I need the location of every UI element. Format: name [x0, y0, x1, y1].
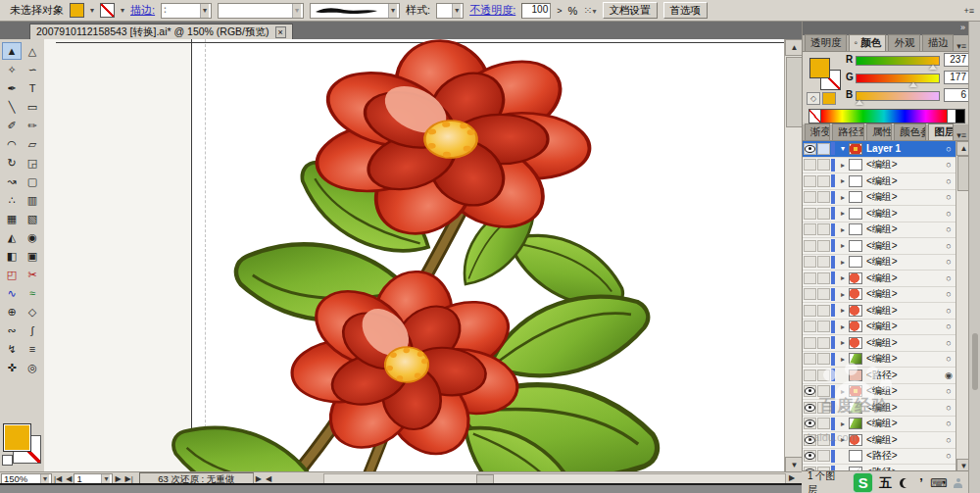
measure-tool[interactable]: ≡ [23, 340, 42, 358]
target-circle-icon[interactable]: ○ [942, 403, 956, 413]
free-transform-tool[interactable]: ▢ [23, 173, 42, 190]
visibility-eye-toggle[interactable] [804, 256, 816, 268]
variable-width-combo[interactable]: ▾ [218, 3, 304, 19]
lock-toggle[interactable] [817, 223, 830, 235]
lock-toggle[interactable] [817, 320, 830, 332]
lock-toggle[interactable] [817, 208, 830, 220]
lock-toggle[interactable] [817, 337, 830, 349]
top-panel-menu-icon[interactable]: ▾≡ [954, 41, 969, 51]
target-circle-icon[interactable]: ○ [942, 192, 956, 202]
target-circle-icon[interactable]: ○ [942, 354, 956, 364]
slider-thumb-R[interactable] [929, 65, 937, 70]
fill-swatch-large[interactable] [3, 423, 31, 452]
lasso-tool[interactable]: ∽ [23, 61, 42, 78]
stroke-dropdown-icon[interactable]: ▾ [121, 6, 124, 15]
visibility-eye-toggle[interactable] [804, 370, 816, 381]
target-circle-icon[interactable]: ○ [942, 289, 956, 299]
layer-name[interactable]: <编组> [866, 174, 942, 188]
collapse-dock-icon[interactable]: » [960, 23, 965, 32]
pen-tool[interactable]: ✒ [2, 79, 22, 97]
lock-toggle[interactable] [817, 385, 830, 397]
opacity-link[interactable]: 不透明度: [469, 3, 515, 18]
lock-toggle[interactable] [817, 353, 830, 365]
slider-track-B[interactable] [856, 91, 940, 101]
opacity-spinner[interactable]: > [557, 6, 562, 16]
target-circle-icon[interactable]: ○ [942, 386, 956, 396]
layer-row[interactable]: ▸<编组>○ [803, 190, 956, 207]
slider-thumb-G[interactable] [909, 82, 917, 87]
live-paint-bucket-tool[interactable]: ◧ [2, 247, 22, 265]
layer-name[interactable]: <编组> [866, 433, 942, 447]
next-artboard-icon[interactable]: ▶ [113, 474, 122, 483]
expand-triangle-icon[interactable]: ▾ [837, 144, 849, 153]
layer-row[interactable]: ▸<编组>○ [803, 173, 956, 190]
target-circle-icon[interactable]: ○ [942, 451, 956, 461]
slice-tool[interactable]: ✂ [23, 266, 42, 283]
visibility-eye-toggle[interactable] [804, 272, 816, 284]
spectrum-black-swatch[interactable] [956, 110, 964, 123]
expand-triangle-icon[interactable]: ▸ [837, 225, 849, 234]
zigzag-tool[interactable]: ↯ [2, 340, 22, 358]
layer-name[interactable]: <编组> [866, 384, 942, 398]
line-tool[interactable]: ╲ [2, 98, 22, 116]
first-artboard-icon[interactable]: |◀ [52, 474, 64, 483]
style-combo[interactable]: ▾ [436, 3, 464, 19]
symbol-sprayer-tool[interactable]: ∴ [2, 191, 22, 209]
layer-thumbnail[interactable] [849, 450, 862, 462]
hscroll-right-icon[interactable]: ▶ [787, 473, 797, 482]
ime-fullwidth-moon-icon[interactable] [903, 478, 912, 488]
smooth-tool[interactable]: ◠ [2, 135, 22, 153]
stroke-link[interactable]: 描边: [130, 3, 155, 18]
lock-toggle[interactable] [817, 434, 830, 446]
ime-user-icon[interactable] [954, 478, 962, 487]
layer-name[interactable]: <编组> [866, 320, 942, 333]
expand-triangle-icon[interactable]: ▸ [837, 161, 849, 170]
visibility-eye-toggle[interactable] [804, 223, 816, 235]
live-paint-selection-tool[interactable]: ▣ [23, 247, 42, 265]
scale-tool[interactable]: ◲ [23, 154, 42, 172]
lock-toggle[interactable] [817, 305, 830, 317]
pencil-tool[interactable]: ✏ [23, 117, 42, 134]
visibility-eye-toggle[interactable] [804, 353, 816, 365]
expand-triangle-icon[interactable]: ▸ [837, 193, 849, 202]
ime-punctuation-icon[interactable]: ’ [919, 475, 923, 490]
expand-triangle-icon[interactable]: ▸ [837, 176, 849, 185]
layer-thumbnail[interactable] [849, 434, 862, 446]
layer-thumbnail[interactable] [849, 385, 862, 397]
target-circle-icon[interactable]: ○ [942, 321, 956, 331]
layer-thumbnail[interactable] [849, 320, 862, 332]
control-bar-menu-icon[interactable]: +≡ [963, 6, 974, 16]
target-circle-icon[interactable]: ○ [942, 273, 956, 283]
slider-track-R[interactable] [856, 56, 940, 66]
lock-toggle[interactable] [817, 402, 830, 414]
target-circle-icon[interactable]: ○ [942, 435, 956, 445]
lock-toggle[interactable] [817, 418, 830, 429]
bottom-panel-menu-icon[interactable]: ▾≡ [954, 130, 969, 140]
visibility-eye-toggle[interactable] [804, 191, 816, 203]
layer-row[interactable]: ▸<编组>○ [803, 158, 956, 174]
layer-name[interactable]: <编组> [866, 255, 942, 269]
visibility-eye-toggle[interactable] [804, 337, 816, 349]
layer-thumbnail[interactable] [849, 256, 862, 268]
visibility-eye-toggle[interactable] [804, 159, 816, 171]
top-tab-3[interactable]: 描边 [922, 34, 954, 51]
layer-name[interactable]: <编组> [866, 222, 942, 236]
expand-triangle-icon[interactable]: ▸ [837, 435, 849, 444]
crop-area-tool[interactable]: ◰ [2, 266, 22, 283]
color-fill-proxy[interactable] [809, 58, 830, 78]
lock-toggle[interactable] [817, 240, 830, 252]
target-circle-icon[interactable]: ○ [942, 176, 956, 186]
layer-thumbnail[interactable] [849, 175, 862, 187]
layer-name[interactable]: <编组> [866, 239, 942, 253]
layer-row[interactable]: ▸<编组>○ [803, 384, 956, 401]
rectangle-tool[interactable]: ▭ [23, 98, 42, 116]
color-spectrum-bar[interactable] [808, 109, 965, 123]
hscroll-left-icon[interactable]: ◀ [264, 474, 273, 483]
visibility-eye-toggle[interactable] [804, 434, 816, 446]
visibility-eye-toggle[interactable] [804, 288, 816, 300]
brush-definition-combo[interactable]: ▾ [310, 3, 400, 19]
expand-triangle-icon[interactable]: ▸ [837, 419, 849, 428]
visibility-eye-toggle[interactable] [804, 320, 816, 332]
target-circle-icon[interactable]: ○ [942, 257, 956, 267]
bottom-tab-3[interactable]: 颜色参 [894, 123, 926, 140]
